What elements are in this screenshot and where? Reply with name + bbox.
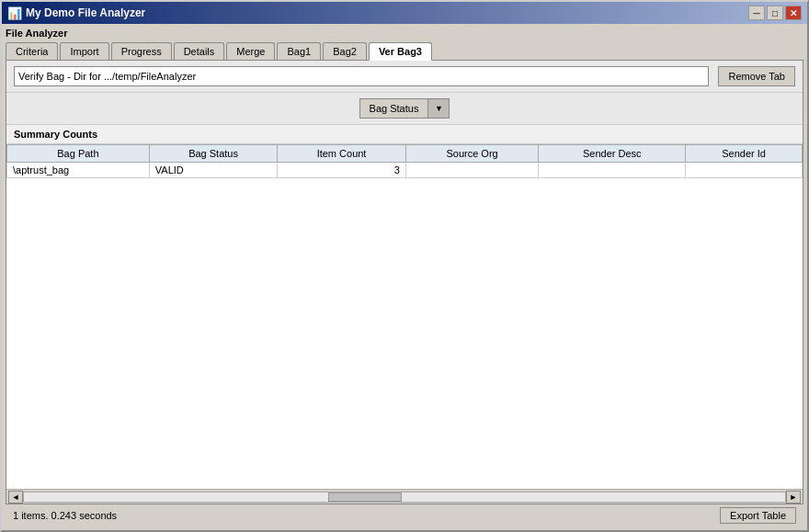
title-bar-buttons: ─ □ ✕ (748, 6, 802, 20)
tab-bag1[interactable]: Bag1 (277, 42, 321, 61)
scrollbar-thumb[interactable] (328, 492, 402, 502)
tab-progress[interactable]: Progress (111, 42, 172, 61)
col-header-sender-id: Sender Id (686, 145, 803, 163)
col-header-source-org: Source Org (405, 145, 539, 163)
main-panel: Remove Tab Bag Status ▼ Summary Counts (6, 60, 803, 504)
col-header-bag-path: Bag Path (7, 145, 150, 163)
cell-source-org (405, 163, 539, 178)
summary-table: Bag Path Bag Status Item Count Source Or… (6, 144, 803, 178)
status-bar: 1 items. 0.243 seconds Export Table (6, 504, 803, 526)
scroll-right-arrow[interactable]: ► (786, 491, 801, 504)
title-bar-left: 📊 My Demo File Analyzer (7, 6, 145, 20)
cell-item-count: 3 (278, 163, 405, 178)
status-text: 1 items. 0.243 seconds (13, 510, 117, 521)
summary-section: Summary Counts Bag Path Bag Status Item … (6, 125, 803, 489)
tab-criteria[interactable]: Criteria (6, 42, 58, 61)
restore-button[interactable]: □ (767, 6, 783, 20)
scroll-left-arrow[interactable]: ◄ (8, 491, 23, 504)
tab-merge[interactable]: Merge (226, 42, 275, 61)
export-table-button[interactable]: Export Table (720, 507, 796, 524)
table-header-row: Bag Path Bag Status Item Count Source Or… (7, 145, 803, 163)
close-button[interactable]: ✕ (785, 6, 802, 20)
bag-status-bar: Bag Status ▼ (6, 93, 803, 125)
app-icon: 📊 (7, 6, 22, 20)
bag-status-button[interactable]: Bag Status (360, 99, 429, 118)
main-window: 📊 My Demo File Analyzer ─ □ ✕ File Analy… (0, 0, 809, 532)
window-title: My Demo File Analyzer (26, 6, 145, 19)
tab-details[interactable]: Details (174, 42, 225, 61)
panel-top: Remove Tab (6, 61, 803, 93)
cell-bag-status: VALID (149, 163, 278, 178)
dir-path-field[interactable] (14, 66, 709, 86)
tab-bar: Criteria Import Progress Details Merge B… (6, 42, 803, 61)
minimize-button[interactable]: ─ (748, 6, 765, 20)
table-row: \aptrust_bag VALID 3 (7, 163, 803, 178)
scrollbar-track[interactable] (23, 492, 786, 503)
cell-bag-path: \aptrust_bag (7, 163, 150, 178)
app-content: File Analyzer Criteria Import Progress D… (2, 24, 807, 530)
remove-tab-button[interactable]: Remove Tab (718, 66, 795, 86)
tab-bag2[interactable]: Bag2 (323, 42, 367, 61)
tab-verbag3[interactable]: Ver Bag3 (369, 42, 432, 61)
section-label: File Analyzer (6, 28, 803, 39)
cell-sender-id (686, 163, 803, 178)
bag-status-group: Bag Status ▼ (359, 98, 450, 119)
col-header-item-count: Item Count (278, 145, 405, 163)
col-header-sender-desc: Sender Desc (539, 145, 686, 163)
table-container[interactable]: Bag Path Bag Status Item Count Source Or… (6, 144, 803, 489)
col-header-bag-status: Bag Status (149, 145, 278, 163)
horizontal-scrollbar: ◄ ► (6, 489, 803, 504)
bag-status-dropdown-arrow[interactable]: ▼ (428, 99, 449, 118)
summary-title: Summary Counts (6, 125, 803, 144)
cell-sender-desc (539, 163, 686, 178)
tab-import[interactable]: Import (60, 42, 108, 61)
title-bar: 📊 My Demo File Analyzer ─ □ ✕ (2, 2, 807, 24)
